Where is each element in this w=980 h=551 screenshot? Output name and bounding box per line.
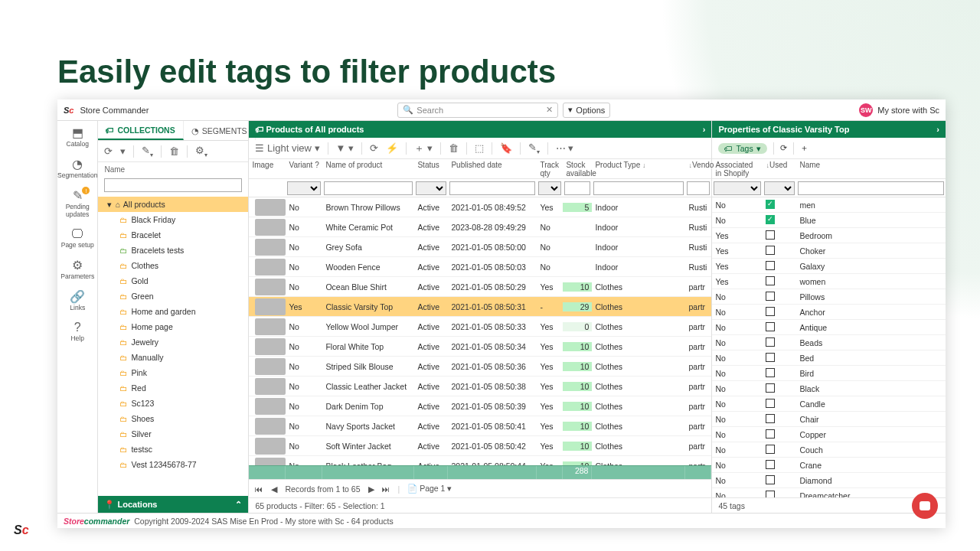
tag-row[interactable]: No Pillows — [712, 289, 946, 305]
checkbox-icon[interactable] — [766, 292, 775, 301]
tag-row[interactable]: No Candle — [712, 396, 946, 412]
tag-icon[interactable]: 🔖 — [500, 142, 512, 154]
product-row[interactable]: NoBrown Throw Pillows Active2021-01-05 0… — [249, 197, 711, 217]
rail-segmentation[interactable]: ◔Segmentation — [57, 157, 97, 179]
columns-icon[interactable]: ⬚ — [475, 142, 484, 154]
product-row[interactable]: NoWooden Fence Active2021-01-05 08:50:03… — [249, 257, 711, 277]
prev-page-icon[interactable]: ◀ — [271, 484, 277, 494]
search-input[interactable]: 🔍 Search ✕ — [397, 103, 558, 118]
filter-assoc[interactable] — [714, 181, 761, 195]
tree-item[interactable]: 🗀Sc123 — [98, 396, 248, 411]
tree-item[interactable]: 🗀Black Friday — [98, 212, 248, 227]
tag-row[interactable]: No Blue — [712, 213, 946, 228]
tree-item[interactable]: 🗀Home and garden — [98, 304, 248, 319]
clear-search-icon[interactable]: ✕ — [546, 105, 553, 115]
tag-row[interactable]: Yes Galaxy — [712, 259, 946, 274]
bolt-icon[interactable]: ⚡ — [386, 142, 398, 154]
refresh-icon[interactable]: ⟳ — [104, 145, 113, 157]
view-toggle[interactable]: ☰ Light view ▾ — [255, 142, 319, 154]
product-row[interactable]: NoSoft Winter Jacket Active2021-01-05 08… — [249, 436, 711, 456]
filter-status[interactable] — [416, 181, 446, 195]
last-page-icon[interactable]: ⏭ — [382, 484, 390, 494]
user-avatar[interactable]: SW — [859, 103, 873, 117]
filter-used[interactable] — [764, 181, 795, 195]
tree-root[interactable]: ▾ ⌂All products — [98, 197, 248, 212]
trash-icon[interactable]: 🗑 — [169, 145, 179, 157]
tag-row[interactable]: Yes Bedroom — [712, 228, 946, 243]
filter-track[interactable] — [538, 181, 561, 195]
filter-name[interactable] — [324, 181, 413, 195]
tree-item[interactable]: 🗀Shoes — [98, 411, 248, 426]
options-button[interactable]: ▾ Options — [563, 103, 610, 118]
tag-row[interactable]: No Couch — [712, 442, 946, 458]
rail-links[interactable]: 🔗Links — [57, 289, 97, 311]
tree-item[interactable]: 🗀Red — [98, 380, 248, 396]
tree-item[interactable]: 🗀Bracelet — [98, 227, 248, 243]
filter-tagname[interactable] — [798, 181, 944, 195]
tag-row[interactable]: No Dreamcatcher — [712, 488, 946, 497]
gear-icon[interactable]: ⚙▾ — [195, 145, 207, 158]
tag-row[interactable]: Yes women — [712, 274, 946, 289]
tree-item[interactable]: 🗀Clothes — [98, 258, 248, 273]
tree-item[interactable]: 🗀Green — [98, 289, 248, 304]
add-icon[interactable]: ＋ — [800, 142, 808, 154]
filter-variant[interactable] — [287, 181, 321, 195]
checkbox-icon[interactable] — [766, 337, 775, 347]
checkbox-icon[interactable] — [766, 475, 775, 484]
trash-icon[interactable]: 🗑 — [449, 142, 459, 154]
chat-button[interactable] — [912, 493, 938, 519]
checkbox-icon[interactable] — [766, 246, 775, 255]
checkbox-icon[interactable] — [766, 414, 775, 423]
locations-bar[interactable]: 📍 Locations⌃ — [98, 496, 248, 513]
tag-row[interactable]: No Diamond — [712, 473, 946, 488]
product-row[interactable]: NoOcean Blue Shirt Active2021-01-05 08:5… — [249, 277, 711, 297]
checkbox-icon[interactable] — [766, 200, 775, 209]
product-row[interactable]: NoBlack Leather Bag Active2021-01-05 08:… — [249, 456, 711, 465]
tree-item[interactable]: 🗀testsc — [98, 442, 248, 457]
product-row[interactable]: NoDark Denim Top Active2021-01-05 08:50:… — [249, 396, 711, 416]
tag-row[interactable]: No Chair — [712, 412, 946, 427]
tag-row[interactable]: No Crane — [712, 458, 946, 473]
checkbox-icon[interactable] — [766, 491, 775, 498]
tree-item[interactable]: 🗀Silver — [98, 426, 248, 442]
tag-row[interactable]: No men — [712, 197, 946, 213]
checkbox-icon[interactable] — [766, 230, 775, 240]
tree-item[interactable]: 🗀Home page — [98, 319, 248, 334]
tag-row[interactable]: No Anchor — [712, 305, 946, 320]
edit-icon[interactable]: ✎▾ — [142, 145, 153, 158]
refresh-icon[interactable]: ⟳ — [780, 143, 787, 153]
edit-icon[interactable]: ✎▾ — [528, 142, 540, 155]
rail-catalog[interactable]: ⬒Catalog — [57, 126, 97, 148]
tree-item[interactable]: 🗀Jewelry — [98, 334, 248, 350]
product-row[interactable]: NoFloral White Top Active2021-01-05 08:5… — [249, 337, 711, 357]
tag-row[interactable]: No Copper — [712, 427, 946, 442]
checkbox-icon[interactable] — [766, 215, 775, 224]
tag-row[interactable]: No Bed — [712, 350, 946, 366]
dropdown-icon[interactable]: ▾ — [120, 145, 126, 157]
product-row[interactable]: NoGrey Sofa Active2021-01-05 08:50:00 No… — [249, 237, 711, 257]
product-row[interactable]: NoYellow Wool Jumper Active2021-01-05 08… — [249, 317, 711, 337]
product-row[interactable]: NoWhite Ceramic Pot Active2023-08-28 09:… — [249, 217, 711, 237]
tags-chip[interactable]: 🏷 Tags ▾ — [718, 143, 766, 154]
filter-icon[interactable]: ▼ ▾ — [336, 142, 354, 154]
collection-filter-input[interactable] — [104, 178, 242, 192]
checkbox-icon[interactable] — [766, 445, 775, 454]
checkbox-icon[interactable] — [766, 368, 775, 377]
tree-item[interactable]: 🗀Pink — [98, 365, 248, 380]
product-row[interactable]: YesClassic Varsity Top Active2021-01-05 … — [249, 297, 711, 317]
tag-row[interactable]: No Beads — [712, 335, 946, 350]
checkbox-icon[interactable] — [766, 429, 775, 439]
checkbox-icon[interactable] — [766, 307, 775, 316]
rail-help[interactable]: ?Help — [57, 321, 97, 342]
first-page-icon[interactable]: ⏮ — [255, 484, 263, 494]
add-icon[interactable]: ＋ ▾ — [414, 142, 433, 155]
checkbox-icon[interactable] — [766, 460, 775, 469]
rail-page-setup[interactable]: 🖵Page setup — [57, 227, 97, 249]
tree-item[interactable]: 🗀Manually — [98, 350, 248, 365]
tag-row[interactable]: No Bird — [712, 366, 946, 381]
tree-item[interactable]: 🗀Vest 12345678-77 — [98, 457, 248, 472]
tab-collections[interactable]: 🏷COLLECTIONS — [98, 121, 183, 140]
next-page-icon[interactable]: ▶ — [368, 484, 374, 494]
checkbox-icon[interactable] — [766, 276, 775, 285]
rail-parameters[interactable]: ⚙Parameters — [57, 258, 97, 280]
